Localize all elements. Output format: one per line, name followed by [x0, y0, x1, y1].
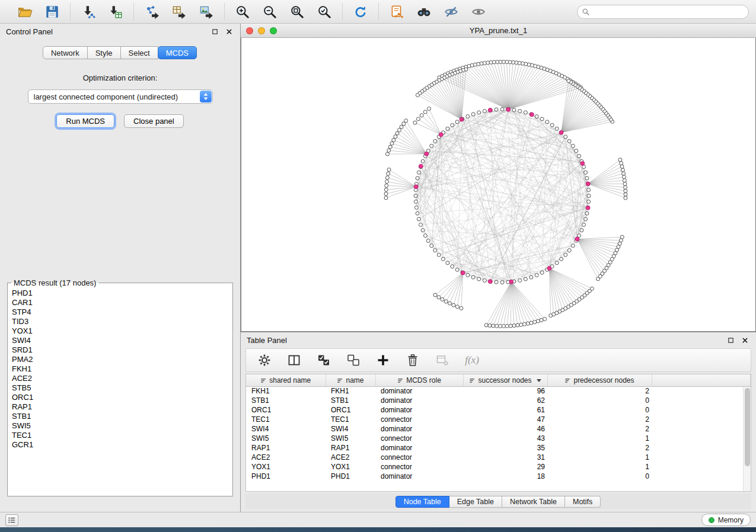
share-document-button[interactable]: [387, 3, 407, 21]
mcds-node-item[interactable]: CAR1: [8, 298, 232, 307]
split-columns-button[interactable]: [285, 351, 303, 369]
mcds-node-item[interactable]: TID3: [8, 317, 232, 326]
zoom-out-button[interactable]: [260, 3, 280, 21]
mcds-node-item[interactable]: ACE2: [8, 374, 232, 383]
node-table-container: shared namenameMCDS rolesuccessor nodesp…: [245, 374, 751, 492]
delete-row-button[interactable]: [404, 351, 422, 369]
find-binoculars-button[interactable]: [414, 3, 434, 21]
network-graph[interactable]: [241, 38, 755, 331]
float-window-icon: [212, 28, 218, 35]
mcds-node-item[interactable]: YOX1: [8, 326, 232, 336]
table-row[interactable]: SWI4SWI4dominator462: [246, 424, 751, 434]
tab-motifs[interactable]: Motifs: [564, 496, 601, 508]
desktop-background: [0, 527, 756, 532]
add-row-icon: [376, 353, 390, 367]
mcds-node-item[interactable]: STB1: [8, 412, 232, 421]
zoom-in-button[interactable]: [232, 3, 253, 21]
show-graphics-details-button[interactable]: [468, 3, 489, 21]
table-row[interactable]: TEC1TEC1connector472: [246, 415, 751, 424]
table-tabs: Node TableEdge TableNetwork TableMotifs: [245, 493, 751, 509]
find-binoculars-icon: [416, 4, 432, 20]
export-network-button[interactable]: [142, 3, 162, 21]
minimize-window-button[interactable]: [258, 27, 265, 34]
table-row[interactable]: ACE2ACE2connector311: [246, 453, 751, 462]
import-network-button[interactable]: [78, 3, 98, 21]
refresh-view-button[interactable]: [350, 3, 371, 21]
run-mcds-button[interactable]: Run MCDS: [56, 114, 114, 128]
table-row[interactable]: SWI5SWI5connector431: [246, 434, 751, 443]
column-sort-icon: [260, 377, 267, 384]
mcds-node-item[interactable]: STP4: [8, 307, 232, 317]
tab-node-table[interactable]: Node Table: [395, 496, 449, 508]
close-table-panel-button[interactable]: [739, 335, 750, 345]
mcds-node-item[interactable]: STB5: [8, 383, 232, 393]
float-panel-button[interactable]: [209, 26, 220, 37]
mcds-result-list: PHD1CAR1STP4TID3YOX1SWI4SRD1PMA2FKH1ACE2…: [8, 289, 232, 450]
tab-network[interactable]: Network: [43, 46, 88, 59]
table-row[interactable]: RAP1RAP1dominator352: [246, 443, 751, 453]
column-sort-icon: [397, 377, 404, 384]
mcds-node-item[interactable]: ORC1: [8, 393, 232, 402]
node-table: shared namenameMCDS rolesuccessor nodesp…: [246, 374, 751, 481]
open-folder-button[interactable]: [15, 3, 35, 21]
network-canvas[interactable]: [241, 38, 756, 332]
table-row[interactable]: STB1STB1dominator620: [246, 396, 751, 405]
zoom-selected-button[interactable]: [314, 3, 334, 21]
optimization-criterion-select[interactable]: largest connected component (undirected): [28, 89, 213, 104]
table-row[interactable]: FKH1FKH1dominator962: [246, 386, 751, 396]
tab-edge-table[interactable]: Edge Table: [449, 496, 502, 508]
status-menu-button[interactable]: [5, 514, 18, 526]
table-row[interactable]: ORC1ORC1dominator610: [246, 405, 751, 415]
application-window: Control Panel NetworkStyleSelectMCDS Opt…: [0, 0, 756, 527]
column-header-name[interactable]: name: [326, 374, 375, 386]
tab-select[interactable]: Select: [120, 46, 158, 59]
clear-table-icon: [435, 353, 449, 367]
zoom-out-icon: [262, 4, 277, 20]
function-builder-button: f(x): [463, 351, 481, 369]
clear-table-button: [433, 351, 451, 369]
tab-style[interactable]: Style: [87, 46, 121, 59]
float-table-panel-button[interactable]: [725, 335, 736, 345]
table-scrollbar[interactable]: [743, 387, 751, 491]
select-all-rows-button[interactable]: [315, 351, 333, 369]
control-panel-tabs: NetworkStyleSelectMCDS: [0, 46, 240, 59]
mcds-node-item[interactable]: SWI5: [8, 421, 232, 431]
zoom-fit-button[interactable]: [287, 3, 307, 21]
hide-graphics-details-button[interactable]: [441, 3, 461, 21]
mcds-node-item[interactable]: SRD1: [8, 345, 232, 355]
gear-button[interactable]: [256, 351, 273, 369]
toolbar-button-groups: [7, 3, 496, 21]
table-row[interactable]: PHD1PHD1dominator180: [246, 472, 751, 481]
table-row[interactable]: YOX1YOX1connector291: [246, 462, 751, 472]
close-panel-action-button[interactable]: Close panel: [124, 114, 184, 128]
zoom-window-button[interactable]: [270, 27, 277, 34]
add-row-button[interactable]: [374, 351, 392, 369]
save-session-button[interactable]: [42, 3, 62, 21]
table-toolbar: f(x): [245, 348, 751, 372]
delete-row-icon: [406, 353, 420, 367]
mcds-node-item[interactable]: RAP1: [8, 402, 232, 412]
column-header-predecessor-nodes[interactable]: predecessor nodes: [547, 374, 652, 386]
column-header-MCDS-role[interactable]: MCDS role: [375, 374, 463, 386]
column-header-successor-nodes[interactable]: successor nodes: [463, 374, 547, 386]
tab-network-table[interactable]: Network Table: [502, 496, 565, 508]
column-header-shared-name[interactable]: shared name: [246, 374, 326, 386]
memory-button[interactable]: Memory: [701, 514, 751, 526]
close-window-button[interactable]: [246, 27, 253, 34]
export-table-button[interactable]: [169, 3, 189, 21]
import-table-button[interactable]: [106, 3, 126, 21]
tab-mcds[interactable]: MCDS: [158, 46, 197, 59]
mcds-node-item[interactable]: PMA2: [8, 355, 232, 364]
mcds-node-item[interactable]: PHD1: [8, 289, 232, 298]
mcds-node-item[interactable]: GCR1: [8, 440, 232, 450]
table-scrollbar-thumb[interactable]: [745, 388, 750, 466]
mcds-node-item[interactable]: FKH1: [8, 364, 232, 374]
unselect-all-rows-button[interactable]: [344, 351, 362, 369]
mcds-node-item[interactable]: SWI4: [8, 336, 232, 345]
export-image-button[interactable]: [196, 3, 216, 21]
control-panel-header: Control Panel: [0, 24, 240, 39]
control-panel: Control Panel NetworkStyleSelectMCDS Opt…: [0, 24, 241, 512]
mcds-node-item[interactable]: TEC1: [8, 431, 232, 440]
search-input[interactable]: [577, 5, 749, 19]
close-panel-button[interactable]: [224, 26, 234, 37]
